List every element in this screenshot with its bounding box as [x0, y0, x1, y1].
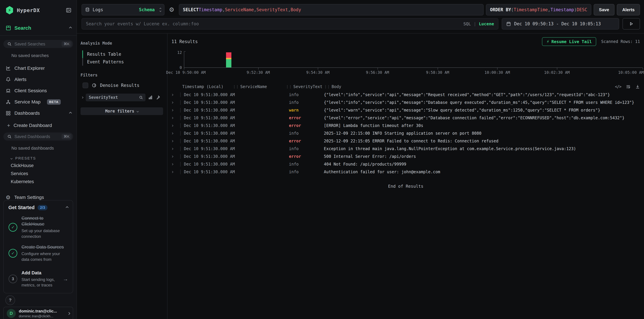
column-header-body[interactable]: ⋮⋮Body [324, 84, 615, 89]
drag-handle-icon[interactable]: ⋮⋮ [324, 85, 330, 89]
sidebar-item-label: Service Map [14, 99, 40, 105]
table-row[interactable]: Dec 10 9:51:30.000 AM info Exception in … [168, 145, 644, 153]
mode-results-table[interactable]: Results Table [87, 50, 163, 58]
drag-handle-icon[interactable]: ⋮⋮ [232, 85, 238, 89]
source-settings-button[interactable]: ⚙ [167, 4, 176, 15]
row-expand-icon[interactable] [171, 171, 173, 173]
table-row[interactable]: Dec 10 9:51:30.000 AM info 404 Not Found… [168, 160, 644, 168]
chevron-up-icon[interactable] [66, 206, 69, 209]
step-number: 3 [8, 275, 17, 283]
run-query-button[interactable] [622, 18, 640, 29]
mode-rail [82, 50, 83, 66]
x-axis: Dec 10 9:50:00 AM9:52:30 AM9:54:30 AM9:5… [184, 68, 643, 75]
sidebar-item-service-map[interactable]: Service Map BETA [3, 96, 73, 107]
get-started-step-3[interactable]: 3 Add Data Start sending logs, metrics, … [8, 270, 68, 288]
sidebar-item-preset-services[interactable]: Services [11, 170, 73, 178]
row-expand-icon[interactable] [171, 163, 173, 165]
cell-timestamp: Dec 10 9:51:30.000 AM [180, 162, 232, 167]
saved-searches-input[interactable]: Saved Searches ⌘K [3, 40, 73, 48]
x-axis-tick [318, 68, 318, 70]
table-row[interactable]: Dec 10 9:51:30.000 AM warn {"level":"war… [168, 106, 644, 114]
cell-severity: info [286, 170, 324, 174]
filter-field-search[interactable]: SeverityText [86, 94, 146, 101]
sidebar-item-chart-explorer[interactable]: Chart Explorer [3, 62, 73, 74]
cell-timestamp: Dec 10 9:51:30.000 AM [180, 131, 232, 136]
table-row[interactable]: Dec 10 9:51:30.000 AM error {"level":"er… [168, 114, 644, 122]
sidebar-item-search[interactable]: Search [0, 25, 76, 35]
table-row[interactable]: Dec 10 9:51:30.000 AM info {"level":"inf… [168, 99, 644, 106]
presets-toggle[interactable]: PRESETS [11, 156, 73, 161]
date-range-picker[interactable]: Dec 10 09:50:13 - Dec 10 10:05:13 [502, 18, 619, 29]
more-filters-button[interactable]: More filters [80, 107, 163, 115]
service-map-icon [6, 99, 11, 104]
y-axis-min-label: 0 [180, 65, 182, 70]
cell-timestamp: Dec 10 9:51:30.000 AM [180, 92, 232, 97]
create-dashboard-button[interactable]: + Create Dashboard [7, 121, 73, 130]
row-expand-icon[interactable] [171, 140, 173, 142]
filters-heading: Filters [80, 73, 163, 77]
saved-dashboards-placeholder: Saved Dashboards [14, 134, 50, 139]
lucene-mode-option[interactable]: Lucene [479, 21, 494, 26]
expand-filter-group-icon[interactable] [81, 96, 84, 99]
code-view-icon[interactable]: </> [615, 84, 621, 89]
row-expand-icon[interactable] [171, 109, 173, 111]
wrap-lines-icon[interactable] [626, 84, 630, 89]
alerts-button[interactable]: Alerts [617, 4, 640, 15]
drag-handle-icon[interactable]: ⋮⋮ [286, 85, 292, 89]
saved-dashboards-input[interactable]: Saved Dashboards ⌘K [3, 132, 73, 141]
cell-body: {"level":"warn","service":"api","message… [324, 108, 640, 113]
order-by-input[interactable]: ORDER BY (TimestampTime, Timestamp) DESC [486, 4, 591, 15]
table-row[interactable]: Dec 10 9:51:30.000 AM info 2025-12-09 22… [168, 129, 644, 137]
get-started-step-1[interactable]: ✓ Connect to ClickHouse Set up your data… [8, 215, 68, 239]
chevron-up-icon[interactable] [69, 112, 72, 115]
row-expand-icon[interactable] [171, 155, 173, 158]
cell-severity: error [286, 116, 324, 120]
column-header-severitytext[interactable]: ⋮⋮SeverityText [286, 84, 324, 89]
row-expand-icon[interactable] [171, 101, 173, 104]
denoise-checkbox[interactable] [82, 82, 88, 88]
sql-mode-option[interactable]: SQL [463, 21, 471, 26]
pin-icon[interactable] [156, 95, 160, 100]
table-row[interactable]: Dec 10 9:51:30.000 AM info Authenticatio… [168, 168, 644, 176]
check-circle-icon: ✓ [8, 249, 17, 258]
help-button[interactable]: ? [5, 295, 15, 305]
resume-live-tail-button[interactable]: ⚡ Resume Live Tail [542, 37, 596, 46]
event-search-input[interactable]: Search your events w/ Lucene ex. column:… [82, 18, 498, 29]
chart-toggle-icon[interactable] [148, 95, 153, 100]
user-menu[interactable]: D dominic.tran@clic... dominic.tran@clic… [3, 307, 73, 319]
chevron-up-icon[interactable] [69, 27, 72, 29]
sidebar-item-team-settings[interactable]: ⚙ Team Settings [6, 195, 73, 200]
sidebar-item-alerts[interactable]: Alerts [3, 74, 73, 85]
column-header-timestamp[interactable]: Timestamp (Local) [180, 84, 232, 89]
sidebar-item-preset-clickhouse[interactable]: ClickHouse [11, 162, 73, 170]
presets-list: ClickHouseServicesKubernetes [3, 162, 73, 186]
row-expand-icon[interactable] [171, 117, 173, 119]
select-columns-input[interactable]: SELECT Timestamp,ServiceName,SeverityTex… [179, 4, 484, 15]
chevron-updown-icon [160, 8, 161, 11]
sidebar-item-dashboards[interactable]: Dashboards [3, 107, 73, 119]
schema-label: Schema [139, 7, 155, 12]
table-row[interactable]: Dec 10 9:51:30.000 AM info {"level":"inf… [168, 91, 644, 99]
query-language-toggle[interactable]: SQL | Lucene [463, 21, 494, 26]
source-select[interactable]: Logs Schema [82, 4, 164, 15]
sidebar-item-client-sessions[interactable]: Client Sessions [3, 85, 73, 96]
sidebar-collapse-icon[interactable] [66, 7, 72, 13]
chevron-right-icon [68, 312, 70, 315]
cell-body: 2025-12-09 22:15:05 ERROR Failed to conn… [324, 139, 640, 143]
save-button[interactable]: Save [594, 4, 615, 15]
get-started-step-2[interactable]: ✓ Create Data Sources Configure where yo… [8, 244, 68, 262]
histogram-bar[interactable] [226, 52, 232, 67]
row-expand-icon[interactable] [171, 125, 173, 127]
table-row[interactable]: Dec 10 9:51:30.000 AM error 2025-12-09 2… [168, 137, 644, 145]
mode-event-patterns[interactable]: Event Patterns [87, 58, 163, 66]
row-expand-icon[interactable] [171, 132, 173, 134]
row-expand-icon[interactable] [171, 148, 173, 150]
column-header-servicename[interactable]: ⋮⋮ServiceName [232, 84, 286, 89]
histogram-plot[interactable] [184, 51, 643, 68]
table-row[interactable]: Dec 10 9:51:30.000 AM error 500 Internal… [168, 153, 644, 160]
presets-label: PRESETS [15, 156, 36, 161]
sidebar-item-preset-kubernetes[interactable]: Kubernetes [11, 178, 73, 186]
table-row[interactable]: Dec 10 9:51:30.000 AM error [ERROR] Lamb… [168, 122, 644, 129]
download-icon[interactable] [635, 84, 640, 89]
row-expand-icon[interactable] [171, 94, 173, 96]
